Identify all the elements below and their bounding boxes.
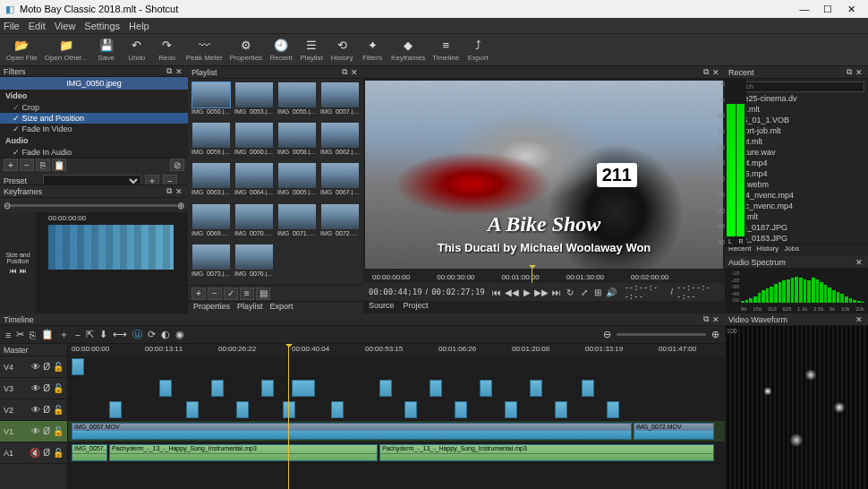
preview-playhead[interactable]: [532, 269, 532, 283]
filter-fade-in-audio[interactable]: ✓ Fade In Audio: [0, 147, 188, 158]
preview-close-icon[interactable]: ✕: [711, 68, 721, 77]
lock-icon[interactable]: 🔓: [53, 383, 64, 393]
playlist-undock-icon[interactable]: ⧉: [340, 67, 349, 77]
tab-properties[interactable]: Properties: [193, 302, 230, 313]
timeline-playhead[interactable]: [288, 344, 289, 489]
playlist-item[interactable]: IMG_0059.jpeg: [191, 123, 231, 159]
recent-item[interactable]: x264.mp4: [725, 158, 868, 168]
playlist-item[interactable]: IMG_0071.MOV: [277, 204, 317, 241]
clip[interactable]: [261, 380, 274, 397]
tl-zoom-in-icon[interactable]: ⊕: [710, 329, 721, 340]
forward-button[interactable]: ▶▶: [535, 286, 548, 298]
tl-remove-icon[interactable]: −: [72, 330, 81, 340]
mute-icon[interactable]: 🔇: [30, 448, 40, 458]
track-head-v1[interactable]: V1👁Ø🔓: [0, 421, 67, 442]
track-v4[interactable]: [68, 356, 725, 378]
timeline-undock-icon[interactable]: ⧉: [702, 314, 711, 324]
playlist-item[interactable]: IMG_0050.jpeg: [191, 82, 231, 119]
toolbar-timeline[interactable]: ≡Timeline: [430, 36, 462, 64]
lock-icon[interactable]: 🔓: [53, 362, 64, 372]
eye-icon[interactable]: 👁: [31, 405, 40, 415]
playlist-item[interactable]: IMG_0072.MOV: [320, 204, 360, 241]
playlist-item[interactable]: IMG_0063.jpeg: [191, 163, 231, 200]
toolbar-playlist[interactable]: ☰Playlist: [297, 36, 326, 64]
menu-settings[interactable]: Settings: [84, 21, 120, 31]
recent-close-icon[interactable]: ✕: [854, 68, 864, 77]
in-point[interactable]: --:--:--:--: [624, 283, 667, 301]
paste-filter-button[interactable]: 📋: [52, 159, 66, 171]
playlist-item[interactable]: IMG_0069.MOV: [191, 204, 231, 241]
recent-item[interactable]: test.mlt: [725, 211, 868, 222]
clip[interactable]: [455, 401, 467, 418]
eye-icon[interactable]: 👁: [31, 426, 40, 436]
tl-rippleall-icon[interactable]: ◉: [174, 329, 186, 340]
clip[interactable]: [555, 401, 567, 418]
keyframes-track-view[interactable]: 00:00:00:00: [36, 212, 188, 313]
playlist-item[interactable]: IMG_0053.jpeg: [234, 82, 274, 119]
loop-button[interactable]: ↻: [566, 286, 575, 298]
playlist-item[interactable]: IMG_0060.jpeg: [234, 123, 274, 159]
minimize-button[interactable]: —: [793, 4, 816, 14]
tl-scrub-icon[interactable]: ⟳: [146, 329, 157, 340]
tl-paste-icon[interactable]: 📋: [39, 329, 55, 340]
clip[interactable]: [283, 401, 295, 418]
tl-copy-icon[interactable]: ⎘: [28, 330, 38, 340]
menu-view[interactable]: View: [55, 21, 76, 31]
track-v1[interactable]: IMG_0057.MOV IMG_0072.MOV: [68, 421, 725, 442]
rewind-button[interactable]: ◀◀: [506, 286, 518, 298]
toolbar-keyframes[interactable]: ◆Keyframes: [388, 36, 428, 64]
tl-cut-icon[interactable]: ✂: [14, 329, 26, 340]
preview-undock-icon[interactable]: ⧉: [702, 67, 711, 77]
lock-icon[interactable]: 🔓: [53, 426, 64, 436]
playlist-item[interactable]: IMG_0058.jpeg: [277, 123, 317, 159]
zoom-button[interactable]: ⤢: [579, 286, 589, 298]
track-v3[interactable]: [68, 378, 725, 399]
remove-filter-button[interactable]: −: [20, 159, 34, 171]
eye-icon[interactable]: 👁: [31, 362, 40, 372]
recent-item[interactable]: capture.wav: [725, 147, 868, 158]
kf-prev-button[interactable]: ⏮: [10, 267, 17, 275]
playlist-timeline-button[interactable]: ▤: [256, 287, 270, 300]
recent-item[interactable]: h264_nvenc.mp4: [725, 190, 868, 201]
keyframes-clip[interactable]: [48, 225, 174, 270]
deselect-filter-button[interactable]: ⊘: [170, 159, 184, 171]
clip[interactable]: [159, 380, 172, 397]
tl-menu-icon[interactable]: ≡: [4, 330, 13, 340]
tl-append-icon[interactable]: ＋: [57, 328, 71, 341]
timecode-current[interactable]: 00:00:44;19: [369, 287, 422, 296]
recent-item[interactable]: VTS_01_1.VOB: [725, 115, 868, 125]
playlist-item[interactable]: IMG_0065.jpeg: [277, 163, 317, 200]
toolbar-undo[interactable]: ↶Undo: [123, 36, 151, 64]
out-point[interactable]: --:--:--:--: [677, 283, 719, 301]
volume-button[interactable]: 🔊: [606, 286, 617, 298]
tl-lift-icon[interactable]: ⇱: [84, 329, 96, 340]
tab-jobs[interactable]: Jobs: [784, 244, 799, 256]
toolbar-properties[interactable]: ⚙Properties: [227, 36, 265, 64]
play-button[interactable]: ▶: [522, 286, 532, 298]
playlist-close-icon[interactable]: ✕: [349, 68, 360, 77]
recent-item[interactable]: wide25-cinema.dv: [725, 93, 868, 104]
track-master[interactable]: Master: [4, 346, 29, 355]
toolbar-recent[interactable]: 🕘Recent: [267, 36, 295, 64]
clip[interactable]: [236, 401, 249, 418]
toolbar-export[interactable]: ⤴Export: [464, 36, 492, 64]
playlist-add-button[interactable]: +: [191, 287, 206, 300]
timeline-close-icon[interactable]: ✕: [711, 315, 721, 324]
toolbar-redo[interactable]: ↷Redo: [153, 36, 182, 64]
eye-icon[interactable]: 👁: [31, 383, 40, 393]
track-a1[interactable]: IMG_0057... Pachyderm_-_13_-_Happy_Song_…: [68, 442, 725, 464]
clip[interactable]: [530, 380, 542, 397]
clip[interactable]: [582, 380, 594, 397]
clip[interactable]: [331, 401, 344, 418]
filter-crop[interactable]: ✓ Crop: [0, 102, 188, 113]
tl-snap-icon[interactable]: ⓤ: [131, 328, 144, 341]
menu-help[interactable]: Help: [129, 21, 149, 31]
track-v2[interactable]: [68, 399, 725, 421]
tl-zoom-slider[interactable]: [617, 333, 706, 336]
clip-v1-2[interactable]: IMG_0072.MOV: [634, 423, 714, 440]
clip[interactable]: [72, 358, 84, 375]
recent-item[interactable]: vp9.webm: [725, 179, 868, 190]
timeline-ruler[interactable]: 00:00:00:0000:00:13:1100:00:26:2200:00:4…: [68, 344, 725, 356]
tab-source[interactable]: Source: [369, 301, 395, 313]
tl-ripple-icon[interactable]: ◐: [159, 329, 172, 340]
